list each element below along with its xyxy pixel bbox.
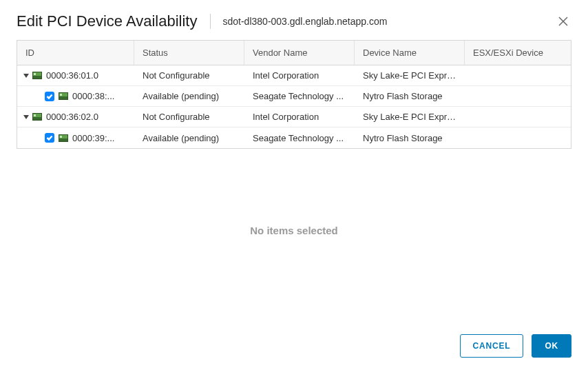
pci-device-icon bbox=[59, 92, 68, 100]
pci-device-icon bbox=[59, 134, 68, 142]
cell-esx bbox=[465, 92, 571, 101]
expand-toggle-icon[interactable] bbox=[23, 72, 30, 79]
cell-device: Nytro Flash Storage bbox=[355, 87, 465, 105]
col-header-id[interactable]: ID bbox=[17, 41, 134, 65]
svg-marker-3 bbox=[23, 115, 29, 119]
device-id-text: 0000:39:... bbox=[72, 133, 114, 143]
pci-device-icon bbox=[32, 72, 42, 79]
dialog-header: Edit PCI Device Availability sdot-dl380-… bbox=[0, 0, 588, 40]
cell-device: Nytro Flash Storage bbox=[355, 129, 465, 147]
svg-marker-2 bbox=[23, 74, 29, 78]
close-button[interactable] bbox=[555, 13, 571, 30]
cell-vendor: Intel Corporation bbox=[244, 107, 355, 126]
edit-pci-dialog: Edit PCI Device Availability sdot-dl380-… bbox=[0, 0, 588, 370]
close-icon bbox=[558, 17, 568, 26]
table-row[interactable]: 0000:36:02.0Not ConfigurableIntel Corpor… bbox=[17, 107, 571, 127]
cell-device: Sky Lake-E PCI Expres... bbox=[355, 66, 465, 85]
cell-id: 0000:36:02.0 bbox=[17, 107, 134, 126]
table-body: 0000:36:01.0Not ConfigurableIntel Corpor… bbox=[17, 65, 571, 148]
col-header-status[interactable]: Status bbox=[134, 41, 244, 65]
col-header-vendor[interactable]: Vendor Name bbox=[244, 41, 355, 65]
cell-id: 0000:36:01.0 bbox=[17, 66, 134, 85]
row-checkbox[interactable] bbox=[45, 133, 54, 143]
row-checkbox[interactable] bbox=[45, 92, 54, 101]
cell-vendor: Seagate Technology ... bbox=[244, 129, 355, 147]
cell-vendor: Seagate Technology ... bbox=[244, 87, 355, 105]
pci-device-table: ID Status Vendor Name Device Name ESX/ES… bbox=[17, 40, 571, 149]
cell-esx bbox=[465, 113, 571, 121]
col-header-esx[interactable]: ESX/ESXi Device bbox=[465, 41, 571, 65]
cell-status: Not Configurable bbox=[134, 107, 244, 126]
cell-esx bbox=[465, 134, 571, 142]
cell-esx bbox=[465, 72, 571, 80]
cell-device: Sky Lake-E PCI Expres... bbox=[355, 107, 465, 126]
device-id-text: 0000:38:... bbox=[72, 91, 114, 101]
pci-device-icon bbox=[32, 113, 42, 121]
cell-vendor: Intel Corporation bbox=[244, 66, 355, 85]
cell-id: 0000:39:... bbox=[17, 129, 134, 147]
cell-status: Available (pending) bbox=[134, 129, 244, 147]
dialog-content: ID Status Vendor Name Device Name ESX/ES… bbox=[0, 40, 588, 325]
table-row[interactable]: 0000:36:01.0Not ConfigurableIntel Corpor… bbox=[17, 65, 571, 86]
host-name: sdot-dl380-003.gdl.englab.netapp.com bbox=[223, 16, 388, 27]
expand-toggle-icon[interactable] bbox=[23, 114, 30, 121]
table-row[interactable]: 0000:38:...Available (pending)Seagate Te… bbox=[17, 86, 571, 107]
col-header-device[interactable]: Device Name bbox=[355, 41, 465, 65]
device-id-text: 0000:36:01.0 bbox=[46, 70, 98, 81]
dialog-title: Edit PCI Device Availability bbox=[17, 12, 198, 30]
device-id-text: 0000:36:02.0 bbox=[46, 112, 98, 122]
ok-button[interactable]: OK bbox=[532, 334, 571, 358]
dialog-footer: CANCEL OK bbox=[0, 325, 588, 370]
cell-status: Not Configurable bbox=[134, 66, 244, 85]
header-divider bbox=[210, 14, 211, 29]
table-header: ID Status Vendor Name Device Name ESX/ES… bbox=[17, 41, 571, 65]
cell-status: Available (pending) bbox=[134, 87, 244, 105]
empty-selection-message: No items selected bbox=[17, 225, 571, 236]
table-row[interactable]: 0000:39:...Available (pending)Seagate Te… bbox=[17, 127, 571, 148]
cancel-button[interactable]: CANCEL bbox=[460, 334, 524, 358]
cell-id: 0000:38:... bbox=[17, 87, 134, 105]
